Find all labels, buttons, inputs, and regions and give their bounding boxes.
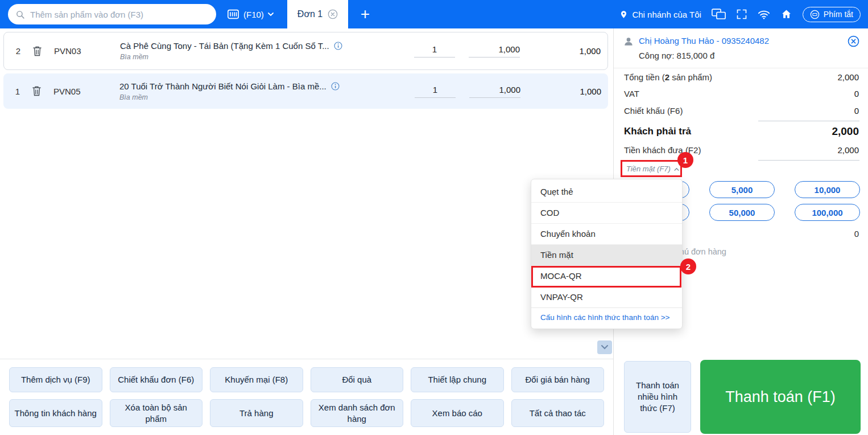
dropdown-item-cash[interactable]: Tiền mặt — [531, 245, 682, 266]
shortcut-button[interactable]: Phím tắt — [803, 7, 861, 22]
shortcut-label: Phím tắt — [824, 10, 853, 19]
view-report-button[interactable]: Xem báo cáo — [411, 399, 504, 427]
product-name-block: Cà Phê Cùng Tony - Tái Bản (Tặng Kèm 1 C… — [120, 41, 414, 61]
branch-selector[interactable]: Chi nhánh của Tôi — [619, 9, 701, 20]
total-label: Tổng tiền (2 sản phẩm) — [624, 72, 712, 82]
discount-row: Chiết khấu (F6) 0 — [624, 106, 859, 116]
quantity-field[interactable]: 1 — [414, 44, 455, 58]
line-total: 1,000 — [532, 46, 601, 56]
payment-method-label: Tiền mặt (F7) — [626, 165, 671, 173]
quick-amount-button[interactable]: 50,000 — [709, 204, 775, 221]
dropdown-item-cod[interactable]: COD — [531, 203, 682, 224]
tendered-label: Tiền khách đưa (F2) — [624, 145, 701, 155]
info-icon[interactable] — [334, 42, 342, 50]
line-total: 1,000 — [533, 87, 601, 96]
search-icon — [15, 10, 25, 19]
amount-due-label: Khách phải trả — [624, 126, 691, 137]
amount-due-row: Khách phải trả 2,000 — [624, 125, 859, 138]
quick-amount-button[interactable]: 5,000 — [709, 181, 775, 198]
trash-icon[interactable] — [32, 85, 43, 97]
customer-info-button[interactable]: Thông tin khách hàng — [9, 399, 102, 427]
payment-method-toggle[interactable]: Tiền mặt (F7) — [626, 165, 679, 173]
branch-label: Chi nhánh của Tôi — [632, 10, 701, 19]
promotion-button[interactable]: Khuyến mại (F8) — [210, 367, 303, 392]
all-operations-button[interactable]: Tất cả thao tác — [511, 399, 605, 427]
info-icon[interactable] — [331, 82, 340, 91]
add-service-button[interactable]: Thêm dịch vụ (F9) — [9, 367, 102, 392]
topbar: (F10) Đơn 1 + Chi nhánh của Tôi — [0, 0, 868, 28]
scanner-label: (F10) — [243, 10, 264, 19]
payment-config-link[interactable]: Cấu hình các hình thức thanh toán >> — [531, 308, 682, 329]
pay-button[interactable]: Thanh toán (F1) — [700, 360, 861, 434]
price-field[interactable]: 1,000 — [469, 44, 520, 58]
customer-debt: Công nợ: 815,000 đ — [639, 51, 714, 60]
divider — [614, 68, 868, 68]
dropdown-item-moca-qr[interactable]: MOCA-QR — [531, 266, 682, 287]
search-input[interactable] — [30, 10, 209, 19]
quick-amount-button[interactable]: 10,000 — [795, 181, 860, 198]
order-item-row: 2 PVN03 Cà Phê Cùng Tony - Tái Bản (Tặng… — [3, 32, 608, 70]
add-order-tab-button[interactable]: + — [355, 5, 375, 24]
vat-value: 0 — [854, 89, 859, 99]
barcode-scanner-toggle[interactable]: (F10) — [227, 0, 274, 28]
scroll-down-button[interactable] — [597, 340, 612, 354]
product-code: PVN03 — [54, 46, 115, 56]
customer-display-icon[interactable] — [712, 9, 726, 20]
price-field[interactable]: 1,000 — [469, 85, 520, 98]
shortcut-icon — [810, 10, 820, 19]
pos-app: (F10) Đơn 1 + Chi nhánh của Tôi — [0, 0, 868, 435]
chevron-down-icon — [268, 13, 274, 17]
dropdown-item-card-swipe[interactable]: Quẹt thẻ — [531, 182, 682, 203]
row-index: 1 — [10, 87, 25, 96]
product-variant: Bìa mềm — [120, 53, 414, 61]
home-icon[interactable] — [780, 9, 792, 20]
action-button-grid: Thêm dịch vụ (F9) Chiết khấu đơn (F6) Kh… — [0, 359, 613, 435]
debt-value: 815,000 đ — [677, 51, 715, 60]
row-index: 2 — [11, 46, 26, 56]
clear-all-products-button[interactable]: Xóa toàn bộ sản phẩm — [110, 399, 203, 427]
trash-icon[interactable] — [32, 46, 44, 57]
barcode-scanner-icon — [227, 8, 239, 20]
return-goods-button[interactable]: Trả hàng — [210, 399, 303, 427]
quick-amount-button[interactable]: 100,000 — [795, 204, 860, 221]
product-name-block: 20 Tuổi Trở Thành Người Biết Nói Giỏi Là… — [119, 81, 415, 101]
dropdown-item-vnpay-qr[interactable]: VNPAY-QR — [531, 287, 682, 308]
change-value: 0 — [854, 229, 859, 239]
change-price-button[interactable]: Đổi giá bán hàng — [511, 367, 605, 392]
remove-customer-icon[interactable] — [848, 35, 859, 47]
tab-order-1[interactable]: Đơn 1 — [287, 0, 348, 28]
chevron-up-icon — [674, 167, 679, 171]
product-variant: Bìa mềm — [119, 93, 415, 101]
location-pin-icon — [619, 9, 628, 20]
vat-label: VAT — [624, 89, 639, 99]
order-discount-button[interactable]: Chiết khấu đơn (F6) — [110, 367, 203, 392]
general-settings-button[interactable]: Thiết lập chung — [411, 367, 504, 392]
tendered-row: Tiền khách đưa (F2) 2,000 — [624, 145, 859, 155]
product-search-box — [8, 4, 216, 24]
quantity-field[interactable]: 1 — [415, 85, 456, 98]
discount-label: Chiết khấu (F6) — [624, 106, 683, 116]
tab-close-icon[interactable] — [328, 9, 338, 19]
debt-label: Công nợ: — [639, 51, 674, 60]
tendered-value-field[interactable]: 2,000 — [837, 145, 859, 155]
discount-value-field[interactable]: 0 — [854, 106, 859, 116]
customer-name-link[interactable]: Chị Hoàng Thu Hảo - 0935240482 — [639, 36, 769, 46]
field-underline — [758, 121, 859, 121]
field-underline — [758, 160, 859, 161]
total-value: 2,000 — [837, 72, 859, 82]
vat-row: VAT 0 — [624, 89, 859, 99]
amount-due-value: 2,000 — [832, 125, 859, 138]
fullscreen-icon[interactable] — [736, 9, 747, 20]
tab-label: Đơn 1 — [297, 9, 323, 19]
product-code: PVN05 — [53, 87, 115, 96]
total-row: Tổng tiền (2 sản phẩm) 2,000 — [624, 72, 859, 82]
gift-exchange-button[interactable]: Đổi quà — [311, 367, 404, 392]
order-item-row: 1 PVN05 20 Tuổi Trở Thành Người Biết Nói… — [3, 73, 608, 109]
order-note-input[interactable] — [660, 247, 858, 256]
multi-payment-button[interactable]: Thanh toán nhiều hình thức (F7) — [624, 361, 691, 433]
payment-method-dropdown: Quẹt thẻ COD Chuyển khoản Tiền mặt MOCA-… — [531, 179, 683, 329]
view-order-list-button[interactable]: Xem danh sách đơn hàng — [311, 399, 404, 427]
customer-icon — [623, 36, 634, 50]
wifi-icon[interactable] — [758, 10, 770, 19]
dropdown-item-bank-transfer[interactable]: Chuyển khoản — [531, 224, 682, 245]
